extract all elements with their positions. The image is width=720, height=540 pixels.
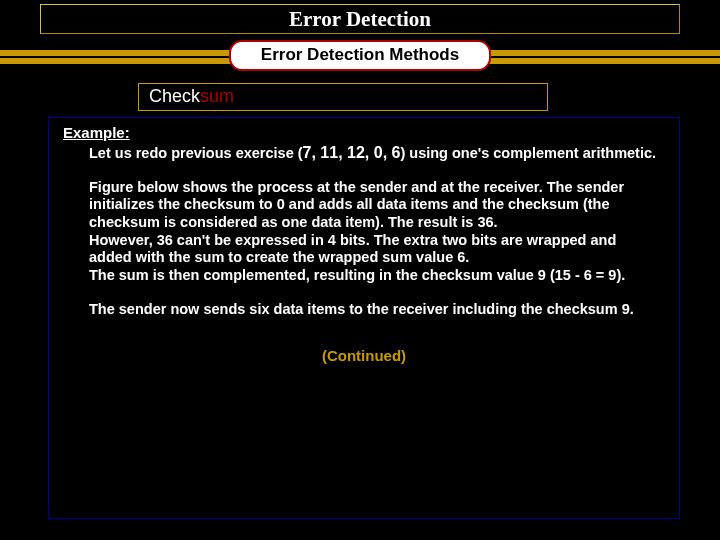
subtitle-text: Error Detection Methods xyxy=(261,45,459,64)
paragraph-1: Let us redo previous exercise (7, 11, 12… xyxy=(89,143,661,163)
section-text-accent: sum xyxy=(200,86,234,106)
content-box: Example: Let us redo previous exercise (… xyxy=(48,117,680,519)
subtitle-pill: Error Detection Methods xyxy=(229,40,491,71)
section-text-pre: Check xyxy=(149,86,200,106)
example-label: Example: xyxy=(63,124,665,141)
subtitle-row: Error Detection Methods xyxy=(0,40,720,71)
title-bar: Error Detection xyxy=(40,4,680,34)
p1-lead: Let us redo previous exercise ( xyxy=(89,145,303,161)
p1-tail: ) using one's complement arithmetic. xyxy=(400,145,656,161)
slide-title: Error Detection xyxy=(289,7,431,32)
p1-numbers: 7, 11, 12, 0, 6 xyxy=(303,144,401,161)
paragraph-3: The sender now sends six data items to t… xyxy=(89,301,661,319)
section-chip: Checksum xyxy=(138,83,548,111)
continued-label: (Continued) xyxy=(63,347,665,364)
paragraph-2: Figure below shows the process at the se… xyxy=(89,179,661,285)
